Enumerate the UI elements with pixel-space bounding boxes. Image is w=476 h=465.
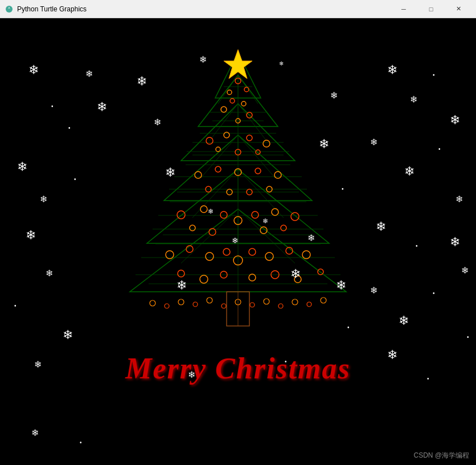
svg-point-58 <box>247 135 252 141</box>
svg-point-78 <box>291 213 299 221</box>
snowflake: ❄ <box>85 70 93 79</box>
svg-point-89 <box>265 252 273 260</box>
svg-point-106 <box>250 303 255 307</box>
snowflake: ❄ <box>290 268 301 280</box>
svg-point-61 <box>216 147 220 152</box>
svg-point-111 <box>321 297 326 303</box>
snowflake: ❄ <box>28 64 39 76</box>
svg-point-93 <box>200 275 208 283</box>
snowflake: ❄ <box>330 91 338 100</box>
svg-point-77 <box>272 209 278 215</box>
svg-point-63 <box>195 172 202 178</box>
snowflake: ❄ <box>404 165 415 178</box>
svg-line-9 <box>218 75 238 104</box>
snowflake: ❄ <box>376 221 386 233</box>
svg-point-102 <box>193 302 198 307</box>
minimize-button[interactable]: ─ <box>391 0 417 18</box>
svg-text:❄: ❄ <box>232 236 239 245</box>
svg-point-76 <box>252 211 258 218</box>
maximize-button[interactable]: □ <box>418 0 444 18</box>
christmas-tree: ❄ ❄ ❄ <box>124 47 352 366</box>
snowflake: ❄ <box>307 234 315 243</box>
svg-point-107 <box>264 299 269 304</box>
snowflake: • <box>433 72 435 78</box>
snowflake: ❄ <box>40 195 47 204</box>
svg-point-86 <box>223 248 230 255</box>
snowflake: ❄ <box>34 360 42 369</box>
snowflake: ❄ <box>399 315 409 327</box>
titlebar: Python Turtle Graphics ─ □ ✕ <box>0 0 476 18</box>
snowflake: ❄ <box>387 349 397 361</box>
close-button[interactable]: ✕ <box>445 0 471 18</box>
window-title: Python Turtle Graphics <box>17 5 391 13</box>
snowflake: • <box>80 440 82 446</box>
svg-point-95 <box>249 274 256 281</box>
svg-point-110 <box>307 302 311 307</box>
svg-point-79 <box>190 225 195 231</box>
svg-point-67 <box>274 172 281 178</box>
svg-point-100 <box>165 304 169 308</box>
svg-point-72 <box>177 211 185 219</box>
snowflake: • <box>433 291 435 296</box>
svg-point-51 <box>221 107 227 112</box>
svg-point-92 <box>178 270 184 277</box>
app-icon <box>5 5 14 14</box>
snowflake: • <box>427 376 429 382</box>
svg-point-99 <box>150 300 155 306</box>
snowflake: ❄ <box>63 329 73 341</box>
svg-point-64 <box>215 166 221 172</box>
svg-point-0 <box>6 6 13 13</box>
snowflake: ❄ <box>31 429 39 438</box>
svg-point-66 <box>255 168 261 174</box>
snowflake: ❄ <box>154 118 161 127</box>
svg-point-54 <box>230 99 235 103</box>
svg-point-104 <box>221 304 226 308</box>
snowflake: ❄ <box>461 266 469 275</box>
snowflake: ❄ <box>370 286 377 295</box>
snowflake: ❄ <box>17 161 27 173</box>
svg-point-85 <box>206 252 214 260</box>
svg-line-38 <box>181 209 238 263</box>
svg-point-80 <box>209 229 216 235</box>
snowflake: ❄ <box>450 114 460 127</box>
svg-text:❄: ❄ <box>262 217 268 225</box>
svg-point-73 <box>200 206 207 213</box>
snowflake: • <box>51 104 54 109</box>
watermark: CSDN @海学编程 <box>413 451 469 460</box>
snowflake: • <box>74 177 76 182</box>
svg-point-74 <box>220 211 227 218</box>
snowflake: ❄ <box>336 279 346 292</box>
snowflake: • <box>342 186 344 192</box>
snowflake: ❄ <box>370 138 377 147</box>
snowflake: ❄ <box>199 55 207 64</box>
svg-point-49 <box>227 90 232 95</box>
svg-point-55 <box>241 101 246 106</box>
snowflake: ❄ <box>137 75 147 88</box>
snowflake: • <box>14 303 17 309</box>
snowflake: ❄ <box>387 64 397 76</box>
snowflake: ❄ <box>456 195 463 204</box>
svg-point-59 <box>263 140 270 147</box>
snowflake: ❄ <box>165 166 175 179</box>
svg-point-57 <box>224 132 229 138</box>
svg-text:❄: ❄ <box>208 207 214 215</box>
snowflake: ❄ <box>46 269 53 278</box>
svg-point-109 <box>292 299 298 305</box>
snowflake: • <box>438 146 441 152</box>
svg-point-101 <box>178 299 184 305</box>
svg-line-10 <box>238 75 258 104</box>
svg-point-82 <box>281 225 286 231</box>
svg-point-108 <box>278 304 283 308</box>
canvas-area: ❄ ❄ ❄ ❄ • ❄ ❄ • ❄ ❄ • ❄ ❄ ❄ ❄ • ❄ • ❄ ❄ … <box>0 18 476 465</box>
snowflake: • <box>467 335 469 340</box>
snowflake: ❄ <box>319 138 329 150</box>
snowflake: ❄ <box>279 61 284 67</box>
svg-point-88 <box>249 248 256 255</box>
svg-point-103 <box>207 297 212 303</box>
snowflake: ❄ <box>26 229 36 242</box>
snowflake: • <box>68 125 71 131</box>
snowflake: ❄ <box>97 101 107 113</box>
christmas-message: Merry Christmas <box>125 352 351 385</box>
svg-line-16 <box>238 104 266 141</box>
window-controls: ─ □ ✕ <box>391 0 471 18</box>
